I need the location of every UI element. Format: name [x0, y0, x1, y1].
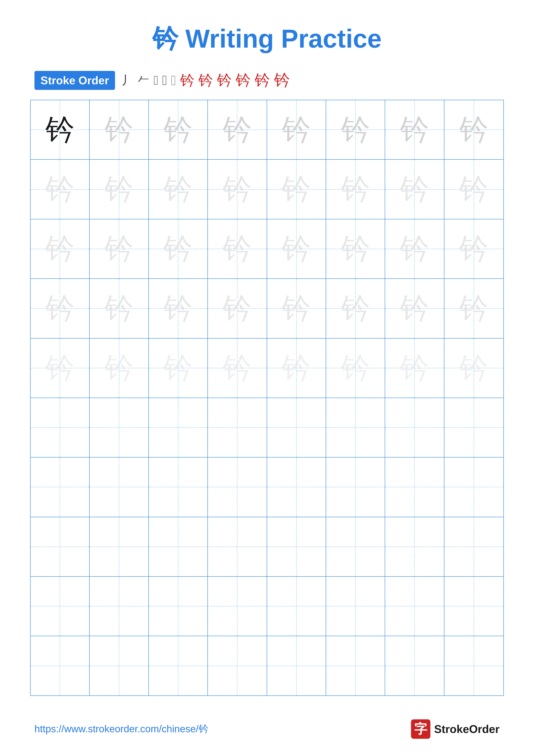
- grid-cell-3-3[interactable]: 钤: [149, 219, 208, 279]
- grid-cell-9-6[interactable]: [326, 577, 385, 636]
- grid-cell-3-2[interactable]: 钤: [89, 219, 149, 279]
- char-display: 钤: [400, 234, 429, 263]
- grid-cell-10-4[interactable]: [208, 636, 267, 695]
- grid-cell-6-6[interactable]: [326, 398, 385, 457]
- grid-cell-2-3[interactable]: 钤: [149, 160, 208, 219]
- grid-cell-9-4[interactable]: [208, 577, 267, 636]
- grid-cell-3-4[interactable]: 钤: [208, 219, 267, 279]
- grid-cell-2-2[interactable]: 钤: [89, 160, 149, 219]
- grid-cell-3-6[interactable]: 钤: [326, 219, 385, 279]
- grid-cell-10-3[interactable]: [149, 636, 208, 695]
- grid-cell-5-7[interactable]: 钤: [385, 338, 444, 398]
- grid-cell-8-7[interactable]: [385, 517, 444, 576]
- grid-cell-7-5[interactable]: [267, 458, 326, 517]
- stroke-11: 钤: [274, 69, 290, 91]
- grid-cell-10-1[interactable]: [31, 636, 89, 695]
- grid-cell-3-1[interactable]: 钤: [31, 219, 89, 279]
- footer-url[interactable]: https://www.strokeorder.com/chinese/钤: [35, 722, 209, 736]
- grid-cell-8-3[interactable]: [149, 517, 208, 576]
- grid-cell-1-5[interactable]: 钤: [267, 100, 326, 159]
- grid-cell-4-6[interactable]: 钤: [326, 279, 385, 338]
- grid-cell-6-7[interactable]: [385, 398, 444, 457]
- grid-cell-7-8[interactable]: [445, 458, 503, 517]
- grid-cell-4-4[interactable]: 钤: [208, 279, 267, 338]
- grid-cell-6-2[interactable]: [89, 398, 149, 457]
- grid-cell-9-5[interactable]: [267, 577, 326, 636]
- logo-text: StrokeOrder: [434, 723, 499, 736]
- grid-cell-6-1[interactable]: [31, 398, 89, 457]
- grid-cell-9-3[interactable]: [149, 577, 208, 636]
- grid-cell-5-2[interactable]: 钤: [89, 338, 149, 398]
- grid-cell-10-5[interactable]: [267, 636, 326, 695]
- grid-cell-6-5[interactable]: [267, 398, 326, 457]
- grid-cell-1-6[interactable]: 钤: [326, 100, 385, 159]
- grid-cell-9-2[interactable]: [89, 577, 149, 636]
- grid-cell-8-8[interactable]: [445, 517, 503, 576]
- grid-cell-7-7[interactable]: [385, 458, 444, 517]
- char-display: 钤: [400, 115, 429, 145]
- grid-cell-8-4[interactable]: [208, 517, 267, 576]
- grid-cell-5-6[interactable]: 钤: [326, 338, 385, 398]
- grid-cell-8-1[interactable]: [31, 517, 89, 576]
- grid-cell-4-2[interactable]: 钤: [89, 279, 149, 338]
- grid-cell-10-6[interactable]: [326, 636, 385, 695]
- grid-cell-2-6[interactable]: 钤: [326, 160, 385, 219]
- stroke-order-badge: Stroke Order: [35, 71, 115, 90]
- grid-cell-4-3[interactable]: 钤: [149, 279, 208, 338]
- grid-cell-1-7[interactable]: 钤: [385, 100, 444, 159]
- logo-icon: 字: [411, 719, 430, 739]
- char-display: 钤: [223, 175, 252, 204]
- grid-cell-2-4[interactable]: 钤: [208, 160, 267, 219]
- grid-cell-5-5[interactable]: 钤: [267, 338, 326, 398]
- grid-cell-1-8[interactable]: 钤: [445, 100, 503, 159]
- grid-cell-10-8[interactable]: [445, 636, 503, 695]
- char-display: 钤: [341, 294, 370, 323]
- grid-cell-4-7[interactable]: 钤: [385, 279, 444, 338]
- grid-cell-2-8[interactable]: 钤: [445, 160, 503, 219]
- grid-cell-5-3[interactable]: 钤: [149, 338, 208, 398]
- grid-cell-7-3[interactable]: [149, 458, 208, 517]
- grid-cell-6-3[interactable]: [149, 398, 208, 457]
- grid-cell-7-6[interactable]: [326, 458, 385, 517]
- grid-cell-3-8[interactable]: 钤: [445, 219, 503, 279]
- stroke-3: 𠃆: [154, 73, 158, 88]
- grid-cell-2-5[interactable]: 钤: [267, 160, 326, 219]
- grid-cell-8-5[interactable]: [267, 517, 326, 576]
- char-display: 钤: [459, 115, 488, 145]
- grid-cell-3-5[interactable]: 钤: [267, 219, 326, 279]
- char-display: 钤: [164, 294, 192, 323]
- grid-cell-9-7[interactable]: [385, 577, 444, 636]
- grid-cell-9-1[interactable]: [31, 577, 89, 636]
- char-display: 钤: [105, 115, 134, 145]
- grid-cell-7-4[interactable]: [208, 458, 267, 517]
- grid-cell-4-1[interactable]: 钤: [31, 279, 89, 338]
- stroke-6: 钤: [180, 71, 194, 90]
- grid-cell-4-5[interactable]: 钤: [267, 279, 326, 338]
- grid-cell-2-1[interactable]: 钤: [31, 160, 89, 219]
- grid-cell-6-8[interactable]: [445, 398, 503, 457]
- grid-cell-7-2[interactable]: [89, 458, 149, 517]
- char-display: 钤: [223, 294, 252, 323]
- page-title: 钤 Writing Practice: [0, 0, 534, 69]
- grid-cell-8-6[interactable]: [326, 517, 385, 576]
- grid-cell-3-7[interactable]: 钤: [385, 219, 444, 279]
- grid-cell-5-8[interactable]: 钤: [445, 338, 503, 398]
- grid-cell-1-3[interactable]: 钤: [149, 100, 208, 159]
- grid-cell-1-2[interactable]: 钤: [89, 100, 149, 159]
- grid-cell-6-4[interactable]: [208, 398, 267, 457]
- grid-cell-10-7[interactable]: [385, 636, 444, 695]
- char-display: 钤: [341, 234, 370, 263]
- grid-cell-1-1[interactable]: 钤: [31, 100, 89, 159]
- footer-logo: 字 StrokeOrder: [411, 719, 499, 739]
- grid-cell-8-2[interactable]: [89, 517, 149, 576]
- grid-row-8: [31, 517, 503, 577]
- grid-cell-2-7[interactable]: 钤: [385, 160, 444, 219]
- grid-cell-5-4[interactable]: 钤: [208, 338, 267, 398]
- grid-cell-4-8[interactable]: 钤: [445, 279, 503, 338]
- grid-cell-9-8[interactable]: [445, 577, 503, 636]
- grid-cell-10-2[interactable]: [89, 636, 149, 695]
- grid-cell-1-4[interactable]: 钤: [208, 100, 267, 159]
- stroke-chars: 丿 𠂉 𠃆 𠄌 𠄌 钤 钤 钤 钤 钤 钤: [121, 69, 290, 91]
- grid-cell-5-1[interactable]: 钤: [31, 338, 89, 398]
- grid-cell-7-1[interactable]: [31, 458, 89, 517]
